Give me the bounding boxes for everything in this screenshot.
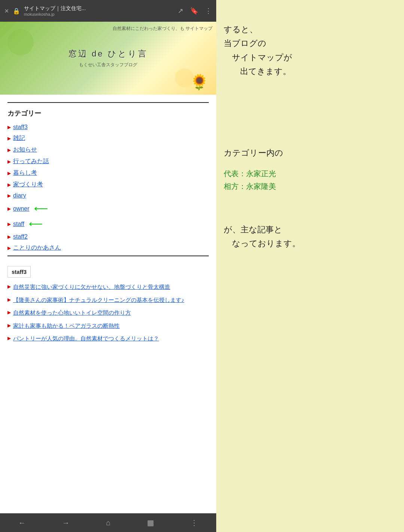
annotation-line-2: 当ブログの [224,39,266,48]
bookmark-icon[interactable]: 🔖 [190,7,198,15]
more-button[interactable]: ⋮ [190,518,198,527]
category-link-staff3[interactable]: staff3 [13,124,28,131]
list-arrow-icon: ▶ [7,234,11,239]
address-bar[interactable]: サイトマップ｜注文住宅... mokuseikosha.jp [24,5,174,16]
lock-icon: 🔒 [13,7,20,15]
list-item: ▶ 【隆美さんの家事術】ナチュラルクリーニングの基本を伝授します♪ [7,296,209,305]
list-item: ▶ 自然災害に強い家づくりに欠かせない、地盤づくりと骨太構造 [7,283,209,291]
list-item: ▶ 自然素材を使った心地いいトイレ空間の作り方 [7,309,209,317]
annotation-panel: すると、 当ブログの サイトマップが 出てきます。 カテゴリー内の 代表：永家正… [216,0,404,532]
list-item: ▶ staff2 [7,233,209,240]
annotation-line-6: が、主な記事と [224,225,282,234]
article-link-2[interactable]: 【隆美さんの家事術】ナチュラルクリーニングの基本を伝授します♪ [13,296,184,305]
category-link-staff2[interactable]: staff2 [13,233,28,240]
section-divider-bottom [7,256,209,256]
page-title: サイトマップ｜注文住宅... [24,5,174,12]
list-item: ▶ パントリーが人気の理由。自然素材でつくるメリットは？ [7,334,209,343]
blog-content: カテゴリー ▶ staff3 ▶ 雑記 ▶ お知らせ ▶ 行ってみた話 [0,95,216,513]
back-button[interactable]: ← [18,519,26,527]
annotation-text-1: すると、 当ブログの サイトマップが 出てきます。 [224,22,292,79]
list-item: ▶ 家計も家事も助かる！ペアガラスの断熱性 [7,322,209,330]
category-section-title: カテゴリー [7,109,209,118]
list-item: ▶ 暮らし考 [7,169,209,177]
list-arrow-icon: ▶ [7,136,11,141]
browser-chrome: × 🔒 サイトマップ｜注文住宅... mokuseikosha.jp ↗ 🔖 ⋮ [0,0,216,22]
category-link-oshirase[interactable]: お知らせ [13,146,37,154]
blog-subtitle: もくせい工舎スタッフブログ [79,62,137,68]
list-arrow-icon: ▶ [7,147,11,153]
list-item: ▶ 家づくり考 [7,181,209,189]
annotation-text-2: カテゴリー内の [224,146,283,160]
category-section: カテゴリー ▶ staff3 ▶ 雑記 ▶ お知らせ ▶ 行ってみた話 [0,95,216,260]
category-link-kurashi[interactable]: 暮らし考 [13,169,37,177]
annotation-block-4: が、主な記事と なっております。 [224,223,300,251]
list-arrow-icon: ▶ [7,221,11,227]
staff3-section-label: staff3 [7,266,31,278]
chrome-actions: ↗ 🔖 ⋮ [178,7,212,15]
annotation-owner-label: 代表：永家正光 [224,169,276,178]
page-url: mokuseikosha.jp [24,12,174,16]
menu-icon[interactable]: ⋮ [205,7,212,15]
list-item: ▶ diary [7,192,209,199]
share-icon[interactable]: ↗ [178,7,183,15]
list-arrow-icon: ▶ [7,159,11,164]
category-link-diary[interactable]: diary [13,192,26,199]
annotation-block-1: すると、 当ブログの サイトマップが 出てきます。 [224,22,292,79]
annotation-text-3: 代表：永家正光 相方：永家隆美 [224,167,276,193]
list-item: ▶ お知らせ [7,146,209,154]
category-link-zakki[interactable]: 雑記 [13,134,25,142]
annotation-line-1: すると、 [224,25,258,34]
section-divider-top [7,102,209,103]
annotation-staff-label: 相方：永家隆美 [224,182,276,190]
blog-header-image: 🌻 自然素材にこだわった家づくり、も サイトマップ 窓辺 de ひとり言 もくせ… [0,22,216,95]
browser-bottom-bar: ← → ⌂ ▦ ⋮ [0,513,216,532]
home-button[interactable]: ⌂ [106,519,110,527]
owner-arrow-icon: ⟵ [34,203,48,214]
annotation-text-4: が、主な記事と なっております。 [224,223,300,251]
list-arrow-icon: ▶ [7,171,11,176]
staff3-section: staff3 ▶ 自然災害に強い家づくりに欠かせない、地盤づくりと骨太構造 ▶ … [0,260,216,354]
tabs-button[interactable]: ▦ [147,518,154,527]
list-item: ▶ staff3 [7,124,209,131]
article-link-4[interactable]: 家計も家事も助かる！ペアガラスの断熱性 [13,322,120,330]
list-arrow-icon: ▶ [7,323,11,328]
blog-title: 窓辺 de ひとり言 [68,48,148,59]
list-arrow-icon: ▶ [7,310,11,315]
article-link-5[interactable]: パントリーが人気の理由。自然素材でつくるメリットは？ [13,334,159,343]
list-item: ▶ owner ⟵ [7,203,209,214]
list-arrow-icon: ▶ [7,284,11,289]
list-arrow-icon: ▶ [7,245,11,251]
list-arrow-icon: ▶ [7,336,11,341]
article-link-3[interactable]: 自然素材を使った心地いいトイレ空間の作り方 [13,309,131,317]
category-link-iedukuri[interactable]: 家づくり考 [13,181,43,189]
category-link-ittemita[interactable]: 行ってみた話 [13,158,49,165]
annotation-line-4: 出てきます。 [224,67,291,76]
forward-button[interactable]: → [62,519,70,527]
browser-panel: × 🔒 サイトマップ｜注文住宅... mokuseikosha.jp ↗ 🔖 ⋮… [0,0,216,532]
annotation-line-3: サイトマップが [224,53,292,62]
close-tab-button[interactable]: × [4,7,9,15]
list-arrow-icon: ▶ [7,297,11,302]
list-arrow-icon: ▶ [7,182,11,187]
article-list: ▶ 自然災害に強い家づくりに欠かせない、地盤づくりと骨太構造 ▶ 【隆美さんの家… [7,283,209,343]
category-link-kotori[interactable]: ことりのかあさん [13,244,61,252]
list-arrow-icon: ▶ [7,193,11,198]
list-item: ▶ staff ⟵ [7,218,209,230]
list-arrow-icon: ▶ [7,125,11,130]
list-item: ▶ ことりのかあさん [7,244,209,252]
article-link-1[interactable]: 自然災害に強い家づくりに欠かせない、地盤づくりと骨太構造 [13,283,170,291]
annotation-block-3: 代表：永家正光 相方：永家隆美 [224,167,276,193]
annotation-block-2: カテゴリー内の [224,146,283,160]
annotation-line-7: なっております。 [224,239,300,248]
staff-arrow-icon: ⟵ [29,218,43,230]
annotation-line-5: カテゴリー内の [224,148,283,158]
list-item: ▶ 行ってみた話 [7,158,209,165]
header-sitemap-label: 自然素材にこだわった家づくり、も サイトマップ [113,25,212,32]
category-link-staff[interactable]: staff [13,221,24,227]
list-item: ▶ 雑記 [7,134,209,142]
category-list: ▶ staff3 ▶ 雑記 ▶ お知らせ ▶ 行ってみた話 ▶ 暮らし考 [7,124,209,252]
category-link-owner[interactable]: owner [13,205,30,212]
list-arrow-icon: ▶ [7,206,11,211]
